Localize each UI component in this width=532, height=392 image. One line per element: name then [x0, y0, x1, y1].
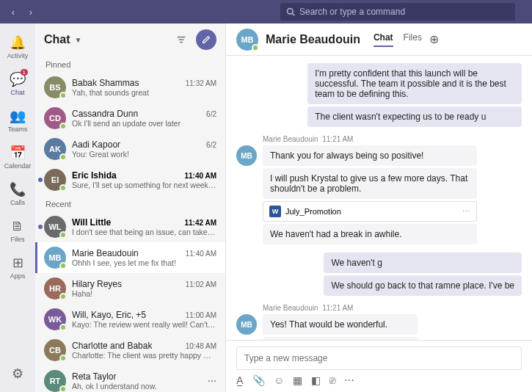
compose-button[interactable]: [196, 29, 216, 50]
chat-item-preview: Ohhh I see, yes let me fix that!: [72, 258, 216, 267]
tab-files[interactable]: Files: [404, 32, 422, 47]
presence-indicator: [59, 385, 67, 392]
chat-item[interactable]: WLWill Little11:42 AMI don't see that be…: [35, 211, 225, 242]
search-input[interactable]: Search or type a command: [280, 3, 515, 21]
more-icon[interactable]: ⋯: [344, 374, 354, 386]
sticker-icon[interactable]: ◧: [311, 374, 321, 386]
rail-files[interactable]: 🗎Files: [0, 213, 35, 248]
rail-label: Teams: [8, 126, 28, 133]
presence-indicator: [59, 123, 67, 130]
rail-chat[interactable]: 💬Chat1: [0, 66, 35, 101]
message-received: MBMarie Beaudouin 11:21 AMYes! That woul…: [236, 304, 522, 340]
tab-chat[interactable]: Chat: [374, 32, 393, 47]
word-icon: W: [269, 206, 281, 217]
chat-item-preview: Ah, ok I understand now.: [72, 382, 205, 391]
rail-label: Calendar: [4, 162, 32, 170]
chat-item-preview: Haha!: [72, 289, 216, 298]
gif-icon[interactable]: ▦: [293, 374, 302, 386]
rail-label: Activity: [7, 52, 29, 59]
presence-indicator: [59, 92, 67, 99]
rail-apps[interactable]: ⊞Apps: [0, 250, 35, 285]
avatar: HR: [44, 277, 66, 300]
chat-pane: MB Marie Beaudouin ChatFiles ⊕ I'm prett…: [226, 23, 532, 392]
chat-item-name: Will, Kayo, Eric, +5: [72, 310, 146, 320]
rail-label: Calls: [10, 199, 25, 206]
chat-item-time: 11:02 AM: [186, 280, 216, 288]
message-bubble[interactable]: We haven't g: [324, 253, 522, 273]
calls-icon: 📞: [10, 181, 26, 197]
chat-item-time: 11:40 AM: [184, 172, 216, 180]
meet-icon[interactable]: ⎚: [329, 374, 335, 386]
avatar: RT: [44, 370, 66, 392]
pinned-label: Pinned: [35, 56, 225, 72]
chat-item[interactable]: CBCharlotte and Babak10:48 AMCharlotte: …: [35, 335, 225, 366]
chat-item-preview: Sure, I'll set up something for next wee…: [72, 181, 216, 189]
rail-activity[interactable]: 🔔Activity: [0, 29, 35, 65]
avatar: CD: [44, 107, 66, 129]
attachment[interactable]: WJuly_Promotion⋯: [263, 201, 477, 222]
more-icon[interactable]: ⋯: [462, 207, 470, 217]
presence-indicator: [59, 231, 67, 239]
chat-item-name: Hilary Reyes: [72, 279, 122, 289]
chat-item[interactable]: WKWill, Kayo, Eric, +511:00 AMKayo: The …: [35, 304, 225, 335]
more-icon[interactable]: ⋯: [208, 376, 216, 386]
rail-calendar[interactable]: 📅Calendar: [0, 139, 35, 175]
rail-calls[interactable]: 📞Calls: [0, 176, 35, 211]
chevron-down-icon[interactable]: ▼: [75, 36, 82, 44]
chat-item-time: 6/2: [206, 110, 216, 118]
chat-item[interactable]: CDCassandra Dunn6/2Ok I'll send an updat…: [35, 103, 225, 134]
rail-teams[interactable]: 👥Teams: [0, 103, 35, 138]
chat-item[interactable]: MBMarie Beaudouin11:40 AMOhhh I see, yes…: [35, 242, 225, 273]
filter-button[interactable]: [171, 29, 192, 50]
emoji-icon[interactable]: ☺: [274, 374, 284, 386]
message-bubble[interactable]: We haven't had a break in awhile.: [263, 224, 477, 244]
chat-item-name: Cassandra Dunn: [72, 109, 138, 119]
chat-item[interactable]: AKAadi Kapoor6/2You: Great work!: [35, 134, 225, 164]
avatar: BS: [44, 76, 66, 98]
presence-indicator: [59, 184, 67, 192]
message-bubble[interactable]: Thank you for always being so positive!: [263, 145, 477, 166]
chat-item[interactable]: HRHilary Reyes11:02 AMHaha!: [35, 273, 225, 304]
chat-item[interactable]: RTReta TaylorAh, ok I understand now.⋯: [35, 366, 225, 392]
avatar: EI: [44, 169, 66, 191]
chat-pane-header: MB Marie Beaudouin ChatFiles ⊕: [226, 23, 532, 56]
svg-point-0: [288, 9, 294, 15]
avatar: MB: [236, 145, 257, 166]
message-bubble[interactable]: Yes! That would be wonderful.: [263, 314, 418, 335]
settings-button[interactable]: ⚙: [0, 357, 35, 392]
unread-dot: [38, 225, 43, 229]
presence-indicator: [59, 153, 67, 161]
chat-list-panel: Chat ▼ PinnedBSBabak Shammas11:32 AMYah,…: [35, 23, 226, 392]
activity-icon: 🔔: [10, 35, 26, 51]
message-bubble[interactable]: We should go back to that ramne place. I…: [324, 275, 522, 296]
nav-forward[interactable]: ›: [23, 4, 38, 19]
contact-avatar: MB: [236, 29, 258, 51]
chat-item[interactable]: BSBabak Shammas11:32 AMYah, that sounds …: [35, 72, 225, 103]
message-bubble[interactable]: I will push Krystal to give us a few mor…: [263, 168, 477, 199]
chat-item-name: Marie Beaudouin: [72, 248, 139, 258]
chat-item[interactable]: EIEric Ishida11:40 AMSure, I'll set up s…: [35, 164, 225, 195]
avatar: AK: [44, 138, 66, 160]
chat-item-time: 10:48 AM: [186, 342, 216, 350]
message-input[interactable]: [236, 346, 522, 370]
message-bubble[interactable]: The client wasn't expecting us to be rea…: [307, 106, 522, 127]
recent-label: Recent: [35, 195, 225, 211]
search-icon: [286, 7, 295, 16]
format-icon[interactable]: A̲: [236, 374, 244, 386]
message-bubble[interactable]: I'm pretty confident that this launch wi…: [307, 63, 522, 104]
attach-icon[interactable]: 📎: [252, 374, 265, 386]
titlebar: ‹ › Search or type a command: [0, 0, 532, 23]
add-tab-button[interactable]: ⊕: [429, 32, 439, 46]
gear-icon: ⚙: [12, 366, 23, 382]
chat-list-title: Chat: [44, 33, 70, 46]
calendar-icon: 📅: [10, 145, 26, 161]
chat-item-time: 11:00 AM: [186, 311, 216, 319]
presence-indicator: [59, 355, 67, 362]
attachment-name: July_Promotion: [285, 207, 341, 216]
chat-item-time: 11:32 AM: [186, 79, 216, 87]
avatar: MB: [44, 247, 66, 269]
avatar: WL: [44, 216, 66, 238]
chat-item-time: 11:42 AM: [184, 219, 216, 227]
files-icon: 🗎: [11, 219, 24, 234]
nav-back[interactable]: ‹: [6, 4, 21, 19]
